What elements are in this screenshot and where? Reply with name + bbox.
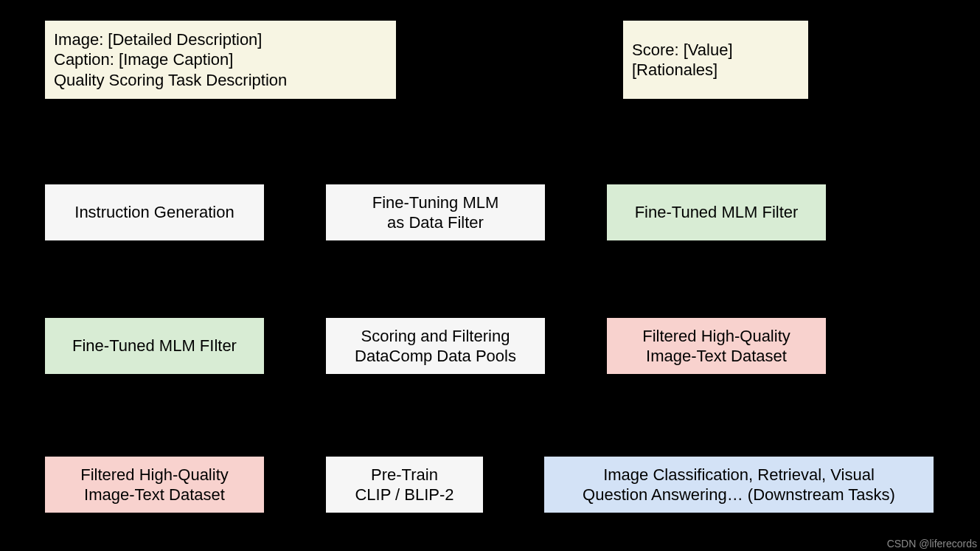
filtered-dataset-text-left: Filtered High-Quality Image-Text Dataset	[80, 465, 229, 505]
instruction-generation-box: Instruction Generation	[44, 184, 265, 241]
watermark-text: CSDN @liferecords	[887, 538, 977, 550]
filtered-dataset-box-right: Filtered High-Quality Image-Text Dataset	[606, 317, 827, 375]
finetuning-mlm-box: Fine-Tuning MLM as Data Filter	[325, 184, 546, 241]
finetuned-mlm-filter-box-left: Fine-Tuned MLM FIlter	[44, 317, 265, 375]
finetuned-mlm-filter-box-top: Fine-Tuned MLM Filter	[606, 184, 827, 241]
output-template-box: Score: [Value] [Rationales]	[622, 20, 809, 100]
input-template-box: Image: [Detailed Description] Caption: […	[44, 20, 397, 100]
watermark: CSDN @liferecords	[887, 538, 977, 550]
finetuned-mlm-filter-text-left: Fine-Tuned MLM FIlter	[72, 336, 237, 356]
filtered-dataset-box-left: Filtered High-Quality Image-Text Dataset	[44, 456, 265, 513]
finetuned-mlm-filter-text-top: Fine-Tuned MLM Filter	[635, 202, 799, 223]
instruction-generation-text: Instruction Generation	[74, 202, 234, 223]
output-template-text: Score: [Value] [Rationales]	[632, 40, 733, 80]
downstream-tasks-box: Image Classification, Retrieval, Visual …	[543, 456, 934, 513]
pretrain-text: Pre-Train CLIP / BLIP-2	[355, 465, 453, 505]
finetuning-mlm-text: Fine-Tuning MLM as Data Filter	[372, 193, 499, 233]
scoring-filtering-text: Scoring and Filtering DataComp Data Pool…	[355, 326, 516, 367]
input-template-text: Image: [Detailed Description] Caption: […	[54, 30, 287, 91]
pretrain-box: Pre-Train CLIP / BLIP-2	[325, 456, 484, 513]
downstream-tasks-text: Image Classification, Retrieval, Visual …	[583, 465, 895, 505]
filtered-dataset-text-right: Filtered High-Quality Image-Text Dataset	[642, 326, 790, 367]
scoring-filtering-box: Scoring and Filtering DataComp Data Pool…	[325, 317, 546, 375]
